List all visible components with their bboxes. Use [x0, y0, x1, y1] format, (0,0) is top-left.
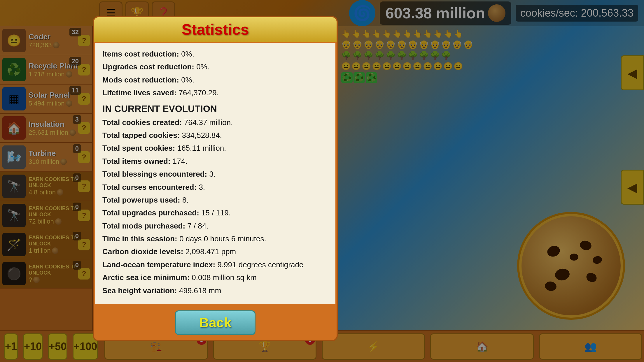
total-upgrades: Total upgrades purchased: 15 / 119. [102, 208, 328, 218]
stats-title-bar: Statistics [94, 17, 337, 42]
total-curses: Total curses encountered: 3. [102, 182, 328, 192]
items-cost-reduction: Items cost reduction: 0%. [102, 49, 328, 59]
total-tapped-cookies: Total tapped cookies: 334,528.84. [102, 130, 328, 140]
total-blessings: Total blessings encountered: 3. [102, 169, 328, 179]
stats-modal: Statistics Items cost reduction: 0%. Upg… [93, 16, 338, 341]
co2-levels: Carbon dioxide levels: 2,098.471 ppm [102, 246, 328, 257]
lifetime-lives-saved: Lifetime lives saved: 764,370.29. [102, 87, 328, 98]
time-in-session: Time in this session: 0 days 0 hours 6 m… [102, 233, 328, 244]
land-ocean-temp: Land-ocean temperature index: 9.991 degr… [102, 259, 328, 270]
total-powerups: Total powerups used: 8. [102, 195, 328, 205]
stats-title: Statistics [94, 21, 337, 38]
stats-section-title: IN CURRENT EVOLUTION [102, 103, 328, 114]
stats-content[interactable]: Items cost reduction: 0%. Upgrades cost … [95, 43, 335, 304]
total-items-owned: Total items owned: 174. [102, 156, 328, 166]
arctic-sea: Arctic sea ice minimum: 0.008 million sq… [102, 272, 328, 283]
total-spent-cookies: Total spent cookies: 165.11 million. [102, 143, 328, 153]
mods-cost-reduction: Mods cost reduction: 0%. [102, 75, 328, 85]
sea-height: Sea height variation: 499.618 mm [102, 285, 328, 296]
back-button[interactable]: Back [175, 310, 256, 335]
total-mods: Total mods purchased: 7 / 84. [102, 221, 328, 231]
stats-footer: Back [94, 305, 337, 340]
upgrades-cost-reduction: Upgrades cost reduction: 0%. [102, 61, 328, 72]
total-cookies-created: Total cookies created: 764.37 million. [102, 117, 328, 128]
